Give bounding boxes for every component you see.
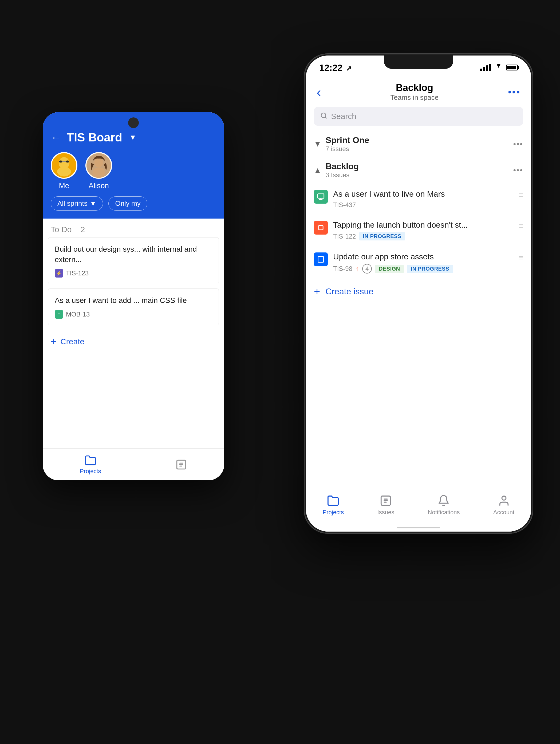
sprint-one-count: 7 issues: [326, 145, 369, 153]
ios-notch: [384, 55, 453, 69]
card-id-1: ⚡ TIS-123: [55, 269, 212, 277]
ios-phone: 12:22 ↗ ‹ Back: [304, 53, 533, 534]
drag-handle-1[interactable]: ≡: [519, 191, 523, 199]
android-status-bar: [43, 112, 224, 125]
android-nav-projects[interactable]: Projects: [80, 454, 101, 475]
wifi-icon: [494, 63, 503, 72]
avatar-me[interactable]: Me: [51, 152, 77, 190]
ios-page-title: Backlog: [390, 82, 439, 94]
story-points: 4: [362, 264, 372, 273]
ios-status-bar: 12:22 ↗: [306, 55, 531, 79]
issue-tis98-meta: TIS-98 ↑ 4 DESIGN IN PROGRESS: [333, 264, 514, 273]
issues-nav-icon: [380, 494, 392, 507]
ios-more-button[interactable]: •••: [508, 86, 521, 98]
avatar-alison-label: Alison: [88, 182, 109, 190]
sprint-one-title: Sprint One: [326, 135, 369, 145]
ios-nav-projects[interactable]: Projects: [323, 494, 344, 516]
ios-status-icons: [480, 63, 518, 72]
projects-icon: [85, 454, 96, 466]
android-bottom-nav: Projects: [43, 448, 224, 480]
svg-rect-19: [319, 225, 323, 230]
drag-handle-2[interactable]: ≡: [519, 222, 523, 230]
bug-icon: [314, 221, 328, 234]
backlog-count: 3 Issues: [326, 171, 359, 179]
board-card-tis123[interactable]: Build out our design sys... with interna…: [48, 237, 219, 284]
svg-line-15: [325, 117, 327, 118]
column-title: To Do – 2: [43, 219, 224, 237]
android-camera: [128, 117, 139, 128]
ios-header-center: Backlog Teams in space: [390, 82, 439, 102]
android-nav-issues[interactable]: [175, 459, 187, 471]
priority-high-icon: ↑: [356, 265, 359, 273]
projects-nav-icon: [327, 494, 339, 507]
only-my-filter[interactable]: Only my: [108, 196, 147, 211]
issue-tis122-title: Tapping the launch button doesn't st...: [333, 220, 514, 230]
story-icon: [314, 190, 328, 203]
android-phone: ← TIS Board ▼: [43, 112, 224, 480]
sprint-one-section[interactable]: ▼ Sprint One 7 issues •••: [311, 131, 526, 157]
card-id-2: ↑ MOB-13: [55, 310, 212, 319]
ios-back-button[interactable]: ‹: [316, 84, 321, 100]
svg-rect-20: [318, 257, 324, 262]
issue-row-tis122[interactable]: Tapping the launch button doesn't st... …: [311, 214, 526, 246]
svg-point-8: [94, 158, 103, 168]
nav-projects-label: Projects: [323, 509, 344, 516]
create-issue-button[interactable]: + Create issue: [311, 279, 526, 304]
nav-notifications-label: Notifications: [428, 509, 460, 516]
avatar-me-label: Me: [59, 182, 69, 190]
dropdown-arrow-icon[interactable]: ▼: [129, 133, 137, 142]
android-header: ← TIS Board ▼: [43, 125, 224, 219]
backlog-section[interactable]: ▲ Backlog 3 Issues •••: [311, 157, 526, 183]
back-arrow-icon[interactable]: ←: [51, 132, 62, 144]
issue-row-tis98[interactable]: Update our app store assets TIS-98 ↑ 4 D…: [311, 246, 526, 279]
board-card-mob13[interactable]: As a user I want to add ... main CSS fil…: [48, 289, 219, 325]
ios-nav-issues[interactable]: Issues: [377, 494, 395, 516]
issue-tis122-content: Tapping the launch button doesn't st... …: [333, 220, 514, 240]
battery-icon: [506, 65, 518, 70]
issue-tis437-meta: TIS-437: [333, 201, 514, 209]
issue-tis98-id: TIS-98: [333, 265, 352, 272]
sprint-one-more[interactable]: •••: [513, 140, 523, 149]
issue-tis98-content: Update our app store assets TIS-98 ↑ 4 D…: [333, 251, 514, 273]
issue-tis122-meta: TIS-122 IN PROGRESS: [333, 232, 514, 240]
android-filters: All sprints ▼ Only my: [51, 196, 216, 211]
design-badge: DESIGN: [375, 265, 404, 273]
ios-home-indicator: [397, 527, 440, 528]
location-icon: ↗: [346, 64, 352, 72]
card-text-1: Build out our design sys... with interna…: [55, 244, 212, 265]
card-icon-green: ↑: [55, 310, 63, 319]
svg-rect-5: [66, 161, 69, 162]
ios-bottom-nav: Projects Issues Notifications: [306, 489, 531, 531]
all-sprints-filter[interactable]: All sprints ▼: [51, 196, 103, 211]
ios-search-bar[interactable]: Search: [314, 107, 523, 126]
backlog-title: Backlog: [326, 161, 359, 171]
issue-tis437-title: As a user I want to live on Mars: [333, 189, 514, 199]
android-create-button[interactable]: + Create: [43, 330, 224, 354]
create-plus-icon: +: [314, 286, 320, 298]
ios-nav-account[interactable]: Account: [493, 494, 515, 516]
drag-handle-3[interactable]: ≡: [519, 254, 523, 262]
notifications-nav-icon: [438, 494, 450, 507]
issue-row-tis437[interactable]: As a user I want to live on Mars TIS-437…: [311, 183, 526, 214]
account-nav-icon: [498, 494, 510, 507]
nav-account-label: Account: [493, 509, 515, 516]
svg-rect-16: [318, 194, 324, 198]
nav-issues-label: Issues: [377, 509, 395, 516]
card-icon-purple: ⚡: [55, 269, 63, 277]
android-content: To Do – 2 Build out our design sys... wi…: [43, 219, 224, 354]
svg-point-25: [502, 496, 506, 500]
android-board-title: TIS Board: [67, 131, 122, 144]
backlog-more[interactable]: •••: [513, 166, 523, 175]
ios-page-subtitle: Teams in space: [390, 94, 439, 102]
avatar-alison[interactable]: Alison: [85, 152, 112, 190]
svg-rect-4: [59, 161, 62, 162]
svg-point-9: [92, 167, 105, 178]
issue-tis98-title: Update our app store assets: [333, 251, 514, 262]
sprint-one-chevron: ▼: [314, 140, 322, 148]
card-text-2: As a user I want to add ... main CSS fil…: [55, 295, 212, 305]
signal-bars-icon: [480, 64, 491, 71]
ios-nav-notifications[interactable]: Notifications: [428, 494, 460, 516]
issues-icon: [175, 459, 187, 471]
issue-tis437-id: TIS-437: [333, 201, 356, 209]
ios-time: 12:22 ↗: [319, 63, 352, 73]
